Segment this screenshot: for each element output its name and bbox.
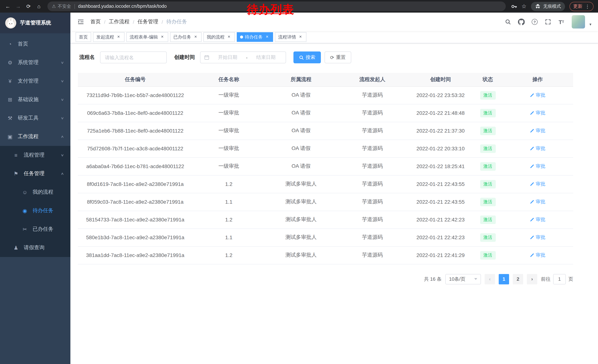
tab-label: 已办任务: [173, 34, 191, 40]
home-icon[interactable]: ⌂: [34, 1, 44, 11]
date-range-picker[interactable]: 开始日期 - 结束日期: [200, 51, 286, 63]
create-time-cell: 2022-01-22 21:48:48: [407, 104, 473, 122]
breadcrumb-item[interactable]: 任务管理: [138, 18, 158, 25]
task-name-cell: 1.2: [193, 211, 265, 228]
sidebar-item-done-task[interactable]: ✂ 已办任务: [0, 220, 70, 238]
reload-icon[interactable]: ⟳: [24, 1, 33, 11]
task-name-cell: 一级审批: [193, 140, 265, 157]
forward-icon[interactable]: →: [13, 1, 23, 11]
tab-close-icon[interactable]: ×: [226, 34, 232, 40]
back-icon[interactable]: ←: [3, 1, 13, 11]
eye-icon: ◉: [22, 208, 28, 214]
avatar-caret-icon[interactable]: ▼: [589, 23, 592, 26]
breadcrumb-separator: /: [133, 19, 134, 25]
sidebar-item-label: 首页: [18, 41, 28, 47]
breadcrumb-item[interactable]: 首页: [91, 18, 101, 25]
sidebar-item-home[interactable]: ◔ 首页: [0, 35, 70, 53]
approve-link[interactable]: 审批: [530, 163, 545, 170]
tab-close-icon[interactable]: ×: [116, 34, 121, 40]
github-icon[interactable]: [516, 17, 526, 27]
approve-link[interactable]: 审批: [530, 127, 545, 134]
goto-suffix-label: 页: [568, 276, 573, 282]
sidebar-item-label: 工作流程: [18, 133, 39, 140]
help-icon[interactable]: ?: [530, 17, 540, 27]
approve-link[interactable]: 审批: [530, 216, 545, 223]
goto-page-input[interactable]: [553, 274, 566, 284]
tab-close-icon[interactable]: ×: [193, 34, 198, 40]
approve-link[interactable]: 审批: [530, 234, 545, 241]
tab-close-icon[interactable]: ×: [160, 34, 165, 40]
tools-icon: ⚒: [7, 115, 13, 121]
search-icon[interactable]: [503, 17, 513, 27]
url-text[interactable]: dashboard.yudao.iocoder.cn/bpm/task/todo: [78, 4, 167, 9]
tab-2[interactable]: 流程表单-编辑×: [126, 32, 168, 42]
page-button-2[interactable]: 2: [513, 274, 523, 284]
tab-3[interactable]: 已办任务×: [170, 32, 201, 42]
page-size-value: 10条/页: [449, 276, 465, 282]
tab-4[interactable]: 我的流程×: [203, 32, 235, 42]
approve-link[interactable]: 审批: [530, 92, 545, 98]
tab-0[interactable]: 首页: [75, 32, 91, 42]
end-date-placeholder[interactable]: 结束日期: [250, 54, 282, 61]
create-time-cell: 2022-01-22 20:33:10: [407, 140, 473, 157]
bookmark-star-icon[interactable]: ☆: [522, 3, 526, 10]
chevron-down-icon: [474, 278, 477, 280]
sidebar-item-devtools[interactable]: ⚒ 研发工具 ∨: [0, 109, 70, 127]
user-avatar[interactable]: [572, 15, 585, 29]
key-icon[interactable]: [511, 3, 517, 9]
update-label: 更新: [573, 3, 582, 9]
search-button-label: 搜索: [306, 54, 315, 61]
start-date-placeholder[interactable]: 开始日期: [212, 54, 244, 61]
sidebar-item-task-mgmt[interactable]: ⚑ 任务管理 ∧: [0, 164, 70, 183]
next-page-button[interactable]: ›: [527, 274, 537, 284]
security-label[interactable]: 不安全: [58, 3, 71, 9]
edit-icon: [530, 129, 534, 133]
approve-link[interactable]: 审批: [530, 181, 545, 187]
tab-bar: 首页发起流程×流程表单-编辑×已办任务×我的流程×待办任务×流程详情×: [70, 31, 598, 43]
process-name-label: 流程名: [79, 54, 95, 61]
edit-icon: [530, 182, 534, 186]
sidebar-item-payment[interactable]: ¥ 支付管理 ∨: [0, 72, 70, 90]
sidebar-toggle-icon[interactable]: [75, 17, 86, 27]
sidebar-item-system[interactable]: ⚙ 系统管理 ∨: [0, 53, 70, 72]
sidebar-item-label: 研发工具: [18, 115, 39, 121]
sidebar-item-leave-query[interactable]: ♟ 请假查询: [0, 238, 70, 257]
status-cell: 激活: [473, 193, 502, 211]
fullscreen-icon[interactable]: [543, 17, 553, 27]
breadcrumb-item[interactable]: 工作流程: [109, 18, 130, 25]
prev-page-button[interactable]: ‹: [485, 274, 495, 284]
approve-link[interactable]: 审批: [530, 198, 545, 205]
tab-close-icon[interactable]: ×: [265, 34, 270, 40]
sidebar-item-process-mgmt[interactable]: ≡ 流程管理 ∨: [0, 146, 70, 164]
font-size-icon[interactable]: TT: [556, 17, 566, 27]
process-cell: 测试多审批人: [265, 193, 337, 211]
col-task-name: 任务名称: [193, 73, 265, 86]
goto-page: 前往 页: [541, 274, 573, 284]
tab-1[interactable]: 发起流程×: [93, 32, 125, 42]
search-button[interactable]: 搜索: [293, 51, 321, 63]
tab-close-icon[interactable]: ×: [298, 34, 303, 40]
process-name-input[interactable]: [104, 54, 163, 61]
approve-label: 审批: [536, 234, 545, 241]
app-logo-row[interactable]: 芋道管理系统: [0, 13, 70, 33]
approve-link[interactable]: 审批: [530, 252, 545, 259]
action-cell: 审批: [502, 228, 573, 246]
approve-link[interactable]: 审批: [530, 110, 545, 116]
col-initiator: 流程发起人: [337, 73, 407, 86]
reset-button[interactable]: ⟳ 重置: [324, 51, 351, 63]
person-icon: ♟: [13, 245, 19, 251]
sidebar-item-my-process[interactable]: ☺ 我的流程: [0, 183, 70, 202]
page-size-select[interactable]: 10条/页: [445, 274, 481, 284]
sidebar-item-todo-task[interactable]: ◉ 待办任务: [0, 202, 70, 220]
action-cell: 审批: [502, 246, 573, 264]
page-button-1[interactable]: 1: [499, 274, 509, 284]
sidebar-item-infra[interactable]: ⊞ 基础设施 ∨: [0, 90, 70, 109]
update-button[interactable]: 更新 ⋮: [569, 2, 594, 11]
tab-5[interactable]: 待办任务×: [237, 32, 273, 42]
approve-link[interactable]: 审批: [530, 145, 545, 152]
process-cell: OA 请假: [265, 104, 337, 122]
sidebar-item-workflow[interactable]: ▣ 工作流程 ∧: [0, 127, 70, 146]
browser-menu-icon[interactable]: ⋮: [585, 4, 590, 9]
action-cell: 审批: [502, 122, 573, 140]
tab-6[interactable]: 流程详情×: [275, 32, 307, 42]
